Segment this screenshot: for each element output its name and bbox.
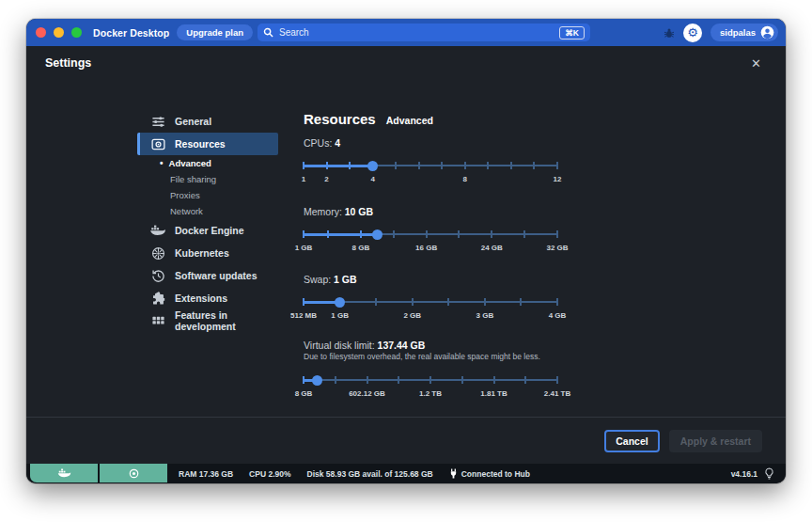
tick-mark — [491, 230, 492, 238]
memory-label: Memory: 10 GB — [304, 206, 557, 217]
account-menu[interactable]: sidpalas — [710, 24, 778, 41]
tick-mark — [524, 376, 526, 384]
tick-mark — [398, 376, 399, 384]
virtual-disk-limit-tick-labels: 8 GB602.12 GB1.2 TB1.81 TB2.41 TB — [304, 389, 557, 399]
virtual-disk-limit-slider-track[interactable] — [304, 373, 557, 387]
sidebar-label: Proxies — [170, 190, 200, 200]
ram-usage: RAM 17.36 GB — [179, 469, 233, 479]
sidebar-label: General — [175, 116, 211, 127]
cpus-tick-labels: 124812 — [304, 175, 557, 184]
cpus-slider-thumb[interactable] — [367, 161, 378, 171]
tick-mark — [510, 162, 512, 169]
disk-usage: Disk 58.93 GB avail. of 125.68 GB — [307, 469, 433, 479]
sidebar-subitem-proxies[interactable]: Proxies — [137, 187, 278, 203]
tick-mark — [303, 376, 304, 384]
tick-label: 1 GB — [295, 244, 313, 252]
search-placeholder: Search — [279, 27, 554, 38]
sidebar-subitem-network[interactable]: Network — [137, 203, 278, 219]
resources-icon — [150, 136, 165, 151]
memory-slider-thumb[interactable] — [372, 229, 383, 240]
sidebar-label: Software updates — [175, 270, 258, 281]
tick-mark — [426, 230, 428, 238]
virtual-disk-limit-value: 137.44 GB — [378, 340, 426, 351]
cancel-button[interactable]: Cancel — [604, 430, 659, 452]
tick-mark — [441, 162, 443, 169]
tick-mark — [375, 298, 377, 306]
close-settings-button[interactable]: ✕ — [749, 55, 763, 72]
tick-label: 12 — [554, 175, 562, 183]
tick-mark — [464, 162, 466, 169]
settings-sidebar: General Resources • Advanced File sharin… — [137, 110, 278, 332]
virtual-disk-limit-slider-thumb[interactable] — [312, 375, 322, 386]
sidebar-label: Network — [170, 206, 203, 216]
docker-whale-icon — [150, 223, 165, 238]
tick-mark — [349, 162, 351, 169]
tick-mark — [303, 230, 304, 238]
close-window-button[interactable] — [36, 27, 46, 38]
section-subtitle: Advanced — [386, 115, 433, 126]
username: sidpalas — [720, 27, 756, 38]
tips-lightbulb-icon[interactable] — [764, 467, 774, 480]
sidebar-label: Extensions — [175, 293, 227, 304]
tick-mark — [447, 298, 449, 306]
tick-mark — [327, 230, 329, 238]
update-history-icon — [150, 268, 165, 283]
sidebar-item-features-in-development[interactable]: Features in development — [137, 309, 278, 332]
tick-label: 2 — [324, 175, 328, 183]
tick-mark — [360, 230, 362, 238]
sidebar-label: Kubernetes — [175, 247, 229, 259]
track-fill — [304, 165, 373, 167]
tick-label: 602.12 GB — [349, 389, 385, 398]
sidebar-label: Advanced — [169, 158, 211, 168]
tick-mark — [303, 162, 304, 169]
app-title: Docker Desktop — [93, 27, 169, 39]
memory-tick-labels: 1 GB8 GB16 GB24 GB32 GB — [304, 244, 557, 253]
tick-label: 512 MB — [290, 311, 317, 320]
sidebar-item-general[interactable]: General — [137, 110, 278, 133]
swap-slider-track[interactable] — [304, 295, 557, 308]
swap-tick-labels: 512 MB1 GB2 GB3 GB4 GB — [304, 311, 557, 321]
sidebar-subitem-advanced[interactable]: • Advanced — [137, 155, 278, 171]
tick-label: 2.41 TB — [544, 389, 570, 398]
plug-icon — [449, 468, 458, 479]
tick-label: 24 GB — [481, 244, 503, 252]
tick-mark — [556, 230, 558, 238]
minimize-window-button[interactable] — [54, 27, 64, 38]
tick-label: 32 GB — [546, 244, 568, 252]
tick-mark — [523, 230, 525, 238]
tick-label: 8 — [463, 175, 467, 183]
sidebar-item-extensions[interactable]: Extensions — [137, 287, 278, 309]
docker-desktop-window: Docker Desktop Upgrade plan Search ⌘K ⚙ … — [26, 19, 786, 483]
tick-label: 4 GB — [549, 311, 567, 320]
tick-mark — [487, 162, 489, 169]
bug-report-icon[interactable] — [664, 27, 675, 39]
apply-restart-button[interactable]: Apply & restart — [669, 430, 762, 452]
sidebar-item-kubernetes[interactable]: Kubernetes — [137, 242, 278, 264]
sidebar-item-docker-engine[interactable]: Docker Engine — [137, 219, 278, 242]
zoom-window-button[interactable] — [71, 27, 82, 38]
virtual-disk-limit-note: Due to filesystem overhead, the real ava… — [304, 352, 540, 361]
tick-label: 3 GB — [476, 311, 494, 320]
status-bar: RAM 17.36 GB CPU 2.90% Disk 58.93 GB ava… — [26, 464, 786, 483]
swap-slider-thumb[interactable] — [335, 297, 345, 308]
tick-mark — [335, 376, 336, 384]
scan-status-indicator[interactable] — [100, 464, 167, 482]
sidebar-item-software-updates[interactable]: Software updates — [137, 264, 278, 287]
sidebar-subitem-file-sharing[interactable]: File sharing — [137, 171, 278, 187]
engine-running-indicator[interactable] — [30, 464, 98, 482]
whale-status-icon — [57, 468, 71, 479]
puzzle-piece-icon — [150, 291, 165, 306]
sidebar-label: Features in development — [175, 309, 278, 332]
tick-label: 1.2 TB — [419, 389, 442, 398]
search-shortcut-badge: ⌘K — [559, 26, 585, 40]
upgrade-plan-button[interactable]: Upgrade plan — [177, 24, 253, 40]
settings-gear-icon[interactable]: ⚙ — [683, 24, 702, 42]
search-input[interactable]: Search ⌘K — [258, 24, 590, 41]
memory-slider-track[interactable] — [304, 228, 557, 241]
tick-mark — [326, 162, 328, 169]
sidebar-item-resources[interactable]: Resources — [137, 133, 278, 155]
tick-mark — [533, 162, 535, 169]
cpus-label: CPUs: 4 — [304, 137, 557, 149]
cpus-slider-track[interactable] — [304, 159, 557, 172]
hub-connection-status: Connected to Hub — [449, 468, 530, 479]
